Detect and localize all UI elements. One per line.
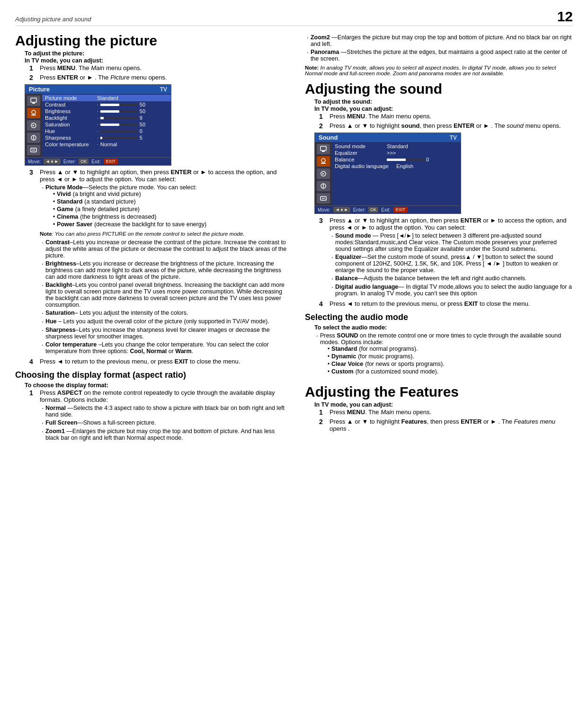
- sound-tv-icon-5: [317, 193, 330, 204]
- audio-mode-list: · Press SOUND on the remote control one …: [314, 332, 573, 376]
- section3-title: Adjusting the sound: [305, 81, 573, 97]
- tv-row-digital-audio: Digital audio language English: [332, 163, 461, 169]
- section1-subtitle2: In TV mode, you can adjust:: [25, 57, 290, 64]
- tv-menu-content: Picture mode Standard Contrast · 50: [42, 94, 171, 157]
- audio-modes-sub: Standard (for normal programs). Dynamic …: [320, 346, 573, 375]
- section5-sub1: In TV mode, you can adjust:: [314, 401, 573, 408]
- tv-menu-sound-title: Sound: [319, 134, 338, 141]
- tv-row-brightness: Brightness · 50: [42, 108, 171, 115]
- tv-row-hue: Hue · 0: [42, 128, 171, 134]
- sound-setting-eq: · Equalizer—Set the custom mode of sound…: [331, 254, 573, 274]
- picture-settings-list: · Contrast–Lets you increase or decrease…: [40, 239, 290, 355]
- section1-title: Adjusting the picture: [15, 33, 290, 48]
- aspect-zoom2: · Zoom2 —Enlarges the picture but may cr…: [307, 34, 573, 47]
- tv-menu-sound-tv: TV: [450, 134, 457, 141]
- tv-menu-sound-footer: Move: ◄ ♦ ► Enter: OK Exit: EXIT: [315, 205, 461, 213]
- option-standard: Standard (a standard picture): [53, 198, 206, 205]
- tv-row-bar-contrast: 50: [100, 102, 167, 107]
- svg-rect-10: [322, 151, 325, 152]
- picture-mode-sub: Vivid (a bright and vivid picture) Stand…: [45, 191, 206, 228]
- sound-setting-digital-audio: · Digital audio language— In digital TV …: [331, 284, 573, 297]
- tv-icon-1: [27, 96, 40, 106]
- section3-sub1: To adjust the sound:: [314, 98, 573, 105]
- option-cinema: Cinema(the brightness is decreased): [53, 213, 206, 220]
- aspect-step-1: 1 Press ASPECT on the remote control rep…: [29, 389, 290, 443]
- setting-sharpness: · Sharpness–Lets you increase the sharpn…: [42, 327, 290, 340]
- setting-backlight: · Backlight–Lets you control panel overa…: [42, 282, 290, 308]
- aspect-fullscreen: · Full Screen—Shows a full-screen pictur…: [42, 419, 290, 426]
- tv-menu-picture-tv: TV: [160, 86, 167, 93]
- tv-row-label-picture-mode: Picture mode: [45, 95, 97, 101]
- aspect-panorama: · Panorama —Stretches the picture at the…: [307, 49, 573, 62]
- sound-step3-block: 3 Press ▲ or ▼ to highlight an option, t…: [305, 217, 573, 308]
- aspect-items: · Normal —Selects the 4:3 aspect ratio t…: [40, 405, 290, 441]
- setting-saturation: · Saturation– Lets you adjust the intens…: [42, 310, 290, 317]
- sound-tv-icon-3: [317, 169, 330, 179]
- features-step-1: 1 Press MENU. The Main menu opens.: [319, 408, 573, 416]
- note-picture: Note: You can also press PICTURE on the …: [40, 231, 290, 237]
- option-powersaver: Power Saver(decrease the backlight for t…: [53, 221, 206, 228]
- left-column: Adjusting the picture To adjust the pict…: [15, 33, 290, 444]
- section4-content: To select the audio mode: · Press SOUND …: [305, 324, 573, 376]
- tv-menu-sound-content: Sound mode Standard Equalizer >>> Balanc…: [332, 142, 461, 205]
- audio-dynamic: Dynamic (for music programs).: [328, 353, 573, 360]
- section2-content: To choose the display format: 1 Press AS…: [15, 382, 290, 443]
- setting-contrast: · Contrast–Lets you increase or decrease…: [42, 239, 290, 259]
- page-number: 12: [557, 9, 573, 25]
- sound-setting-balance: · Balance—Adjusts the balance between th…: [331, 275, 573, 282]
- option-picture-mode: · Picture Mode—Selects the picture mode.…: [42, 184, 290, 229]
- section2-title: Choosing the display format (aspect rati…: [15, 370, 290, 380]
- tv-menu-sound-sidebar: [315, 142, 332, 205]
- svg-rect-12: [321, 163, 326, 164]
- sound-tv-icon-2: [317, 156, 330, 167]
- svg-point-11: [321, 159, 325, 162]
- setting-color-temp: · Color temperature –Lets you change the…: [42, 341, 290, 355]
- svg-rect-3: [31, 115, 36, 115]
- section3-sub2: In TV mode, you can adjust:: [314, 106, 573, 112]
- step3-list: 3 Press ▲ or ▼ to highlight an option, t…: [25, 169, 290, 356]
- sound-settings-list: · Sound mode — Press [◄/►] to select bet…: [330, 232, 573, 297]
- steps-1-2: 1 Press MENU. The Main menu opens. 2 Pre…: [15, 64, 290, 81]
- section4-subtitle: To select the audio mode:: [314, 324, 573, 331]
- tv-row-value-picture-mode: Standard: [97, 95, 118, 101]
- tv-menu-sound: Sound TV: [314, 133, 461, 214]
- tv-menu-body: Picture mode Standard Contrast · 50: [25, 94, 171, 157]
- step-4: 4 Press ◄ to return to the previous menu…: [29, 358, 290, 365]
- picture-menu-image: Picture TV: [15, 84, 290, 166]
- section1-subtitle1: To adjust the picture:: [25, 50, 290, 57]
- aspect-zoom1: · Zoom1 —Enlarges the picture but may cr…: [42, 428, 290, 441]
- sound-tv-icon-1: [317, 144, 330, 154]
- step4-list: 4 Press ◄ to return to the previous menu…: [25, 358, 290, 365]
- tv-icon-2: [27, 108, 40, 118]
- step-2: 2 Press ENTER or ► . The Picture menu op…: [29, 74, 290, 81]
- audio-custom: Custom (for a customized sound mode).: [328, 368, 573, 375]
- setting-brightness: · Brightness–Lets you increase or decrea…: [42, 260, 290, 280]
- features-steps-list: 1 Press MENU. The Main menu opens. 2 Pre…: [314, 408, 573, 432]
- aspect-cont: · Zoom2 —Enlarges the picture but may cr…: [305, 34, 573, 62]
- tv-row-contrast: Contrast · 50: [42, 101, 171, 108]
- tv-row-backlight: Backlight · 9: [42, 115, 171, 121]
- steps-list: 1 Press MENU. The Main menu opens. 2 Pre…: [25, 64, 290, 81]
- tv-icon-5: [27, 145, 40, 155]
- step-1: 1 Press MENU. The Main menu opens.: [29, 64, 290, 72]
- option-vivid: Vivid (a bright and vivid picture): [53, 191, 206, 197]
- audio-clearvoice: Clear Voice (for news or sports programs…: [328, 361, 573, 367]
- svg-rect-9: [321, 146, 326, 151]
- picture-mode-options: · Picture Mode—Selects the picture mode.…: [40, 184, 290, 229]
- tv-menu-picture-title: Picture: [29, 86, 50, 93]
- setting-hue: · Hue – Lets you adjust the overall colo…: [42, 318, 290, 325]
- aspect-normal: · Normal —Selects the 4:3 aspect ratio t…: [42, 405, 290, 418]
- tv-row-balance: Balance 0: [332, 156, 461, 163]
- sound-step-3: 3 Press ▲ or ▼ to highlight an option, t…: [319, 217, 573, 298]
- section2-subtitle: To choose the display format:: [25, 382, 290, 389]
- svg-rect-0: [31, 98, 36, 102]
- aspect-steps: 1 Press ASPECT on the remote control rep…: [25, 389, 290, 443]
- section4-title: Selecting the audio mode: [305, 312, 573, 322]
- sound-steps-list: 1 Press MENU. The Main menu opens. 2 Pre…: [314, 113, 573, 130]
- features-step-2: 2 Press ▲ or ▼ to highlight Features, th…: [319, 418, 573, 432]
- audio-mode-item: · Press SOUND on the remote control one …: [316, 332, 573, 376]
- tv-row-equalizer: Equalizer >>>: [332, 150, 461, 156]
- tv-menu-sidebar: [25, 94, 42, 157]
- tv-row-sharpness: Sharpness · 5: [42, 134, 171, 141]
- sound-step-1: 1 Press MENU. The Main menu opens.: [319, 113, 573, 120]
